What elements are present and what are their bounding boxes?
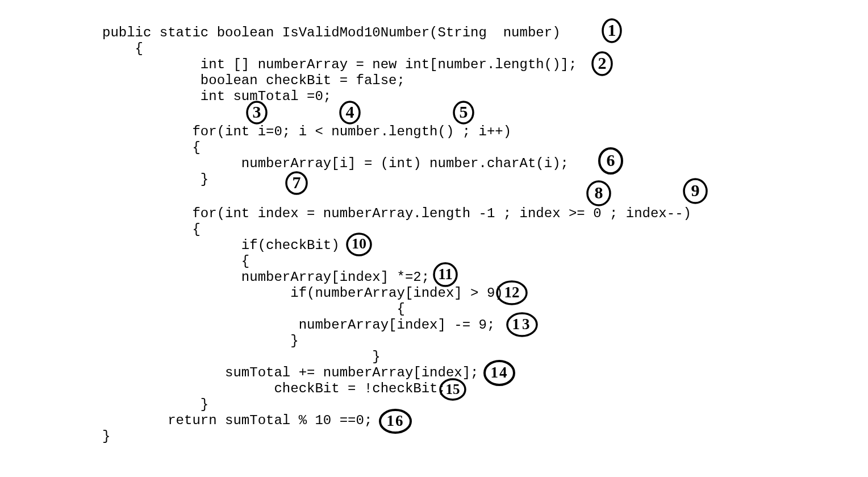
code-line: { bbox=[0, 254, 249, 269]
annotation-number: 3 bbox=[253, 103, 261, 121]
code-line: checkBit = !checkBit; bbox=[0, 381, 446, 396]
code-line: } bbox=[0, 333, 299, 349]
code-line: numberArray[index] -= 9; bbox=[0, 317, 495, 333]
annotation-circle-8: 8 bbox=[585, 180, 612, 207]
code-line: return sumTotal % 10 ==0; bbox=[0, 413, 372, 428]
annotation-circle-16: 16 bbox=[378, 408, 412, 434]
annotation-number: 16 bbox=[387, 413, 404, 429]
code-line: } bbox=[0, 397, 208, 412]
code-line: sumTotal += numberArray[index]; bbox=[0, 365, 479, 380]
annotation-circle-10: 10 bbox=[345, 232, 373, 257]
annotation-number: 14 bbox=[491, 365, 508, 380]
code-line: if(checkBit) bbox=[0, 238, 340, 253]
annotation-circle-13: 13 bbox=[506, 312, 539, 338]
annotation-number: 7 bbox=[293, 174, 301, 191]
annotation-circle-4: 4 bbox=[337, 100, 362, 125]
annotation-circle-11: 11 bbox=[432, 262, 459, 288]
annotation-number: 8 bbox=[595, 184, 603, 201]
code-line: int sumTotal =0; bbox=[0, 89, 331, 104]
annotation-number: 13 bbox=[512, 317, 532, 332]
code-line: { bbox=[0, 301, 405, 317]
annotation-number: 5 bbox=[460, 103, 468, 121]
code-line: } bbox=[0, 429, 110, 444]
code-canvas: public static boolean IsValidMod10Number… bbox=[0, 0, 868, 477]
annotation-circle-12: 12 bbox=[495, 280, 528, 306]
annotation-number: 4 bbox=[346, 103, 354, 121]
annotation-circle-5: 5 bbox=[451, 100, 476, 125]
code-line: int [] numberArray = new int[number.leng… bbox=[0, 57, 577, 72]
annotation-circle-3: 3 bbox=[244, 100, 269, 125]
annotation-number: 6 bbox=[607, 152, 615, 169]
annotation-circle-2: 2 bbox=[590, 51, 615, 76]
annotation-number: 12 bbox=[504, 285, 520, 300]
code-line: { bbox=[0, 140, 201, 155]
annotation-number: 9 bbox=[691, 182, 700, 199]
annotation-number: 11 bbox=[438, 267, 453, 282]
code-line: } bbox=[0, 172, 208, 187]
annotation-circle-6: 6 bbox=[596, 147, 625, 175]
annotation-circle-14: 14 bbox=[483, 359, 516, 387]
annotation-number: 2 bbox=[598, 55, 607, 72]
annotation-number: 15 bbox=[446, 382, 460, 396]
code-line: numberArray[i] = (int) number.charAt(i); bbox=[0, 156, 569, 171]
annotation-circle-9: 9 bbox=[682, 177, 709, 205]
code-line: { bbox=[0, 222, 201, 237]
code-line: public static boolean IsValidMod10Number… bbox=[0, 25, 561, 40]
annotation-number: 10 bbox=[352, 237, 366, 251]
annotation-circle-7: 7 bbox=[284, 171, 309, 196]
code-line: boolean checkBit = false; bbox=[0, 73, 405, 88]
annotation-number: 1 bbox=[608, 22, 616, 39]
code-line: { bbox=[0, 41, 143, 56]
annotation-circle-15: 15 bbox=[439, 378, 467, 401]
annotation-circle-1: 1 bbox=[599, 18, 624, 43]
code-line: } bbox=[0, 349, 381, 364]
code-line: if(numberArray[index] > 9) bbox=[0, 285, 503, 301]
code-line: numberArray[index] *=2; bbox=[0, 269, 429, 285]
